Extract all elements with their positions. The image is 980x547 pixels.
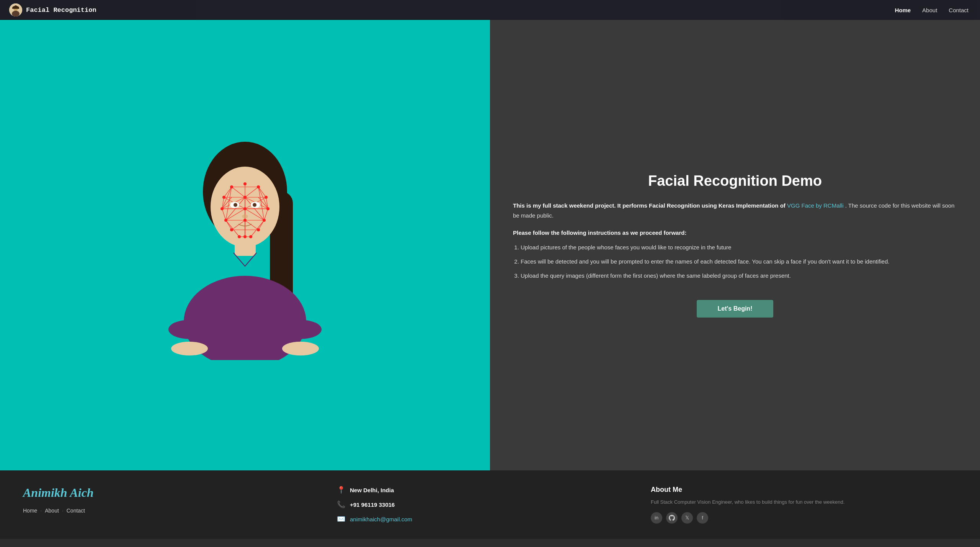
svg-point-53 [265,196,268,199]
intro-text: This is my full stack weekend project. I… [513,201,957,220]
main-section: Facial Recognition Demo This is my full … [0,0,980,470]
navbar: Facial Recognition Home About Contact [0,0,980,20]
svg-point-8 [279,320,322,339]
intro-bold: This is my full stack weekend project. I… [513,202,787,209]
svg-point-51 [257,185,260,188]
social-icons: in 𝕏 f [651,512,957,524]
step-3: Upload the query images (different form … [521,270,957,281]
svg-point-65 [243,235,247,238]
linkedin-icon[interactable]: in [651,512,662,524]
svg-point-70 [242,215,248,218]
github-icon[interactable] [666,512,678,524]
footer-contact-col: 📍 New Delhi, India 📞 +91 96119 33016 ✉️ … [337,486,643,524]
woman-illustration [140,130,350,360]
phone-text: +91 96119 33016 [350,501,395,508]
about-title: About Me [651,486,957,494]
svg-point-71 [171,342,208,355]
footer-phone: 📞 +91 96119 33016 [337,500,643,509]
dot-2: · [62,508,64,514]
footer-brand-col: Animikh Aich Home · About · Contact [23,486,329,524]
twitter-icon[interactable]: 𝕏 [681,512,693,524]
svg-point-59 [263,219,266,222]
location-text: New Delhi, India [350,487,394,493]
svg-point-67 [234,203,237,207]
svg-point-58 [224,219,227,222]
svg-point-64 [249,235,252,238]
svg-point-63 [238,235,241,238]
facebook-icon[interactable]: f [697,512,708,524]
svg-point-72 [282,342,319,355]
vgg-link[interactable]: VGG Face by RCMalli [787,202,844,209]
about-description: Full Stack Computer Vision Engineer, who… [651,498,957,506]
footer-about-col: About Me Full Stack Computer Vision Engi… [651,486,957,524]
step-2: Faces will be detected and you will be p… [521,256,957,267]
nav-links: Home About Contact [892,5,971,15]
footer-link-contact[interactable]: Contact [67,508,85,514]
svg-point-57 [243,207,247,210]
brand-second: Aich [70,486,93,500]
dot-1: · [40,508,42,514]
page-title: Facial Recognition Demo [513,173,957,189]
location-icon: 📍 [337,486,345,494]
nav-avatar [9,3,22,16]
steps-list: Upload pictures of the people whose face… [521,242,957,285]
footer-nav: Home · About · Contact [23,508,329,514]
brand-first: Animikh [23,486,67,500]
svg-point-50 [230,185,233,188]
svg-point-55 [220,207,224,210]
phone-icon: 📞 [337,500,345,509]
svg-point-49 [243,182,247,185]
footer-link-about[interactable]: About [45,508,59,514]
svg-point-54 [243,196,247,199]
svg-point-61 [230,228,233,231]
nav-link-about[interactable]: About [920,5,939,15]
right-panel: Facial Recognition Demo This is my full … [490,20,980,470]
step-1: Upload pictures of the people whose face… [521,242,957,252]
nav-brand: Facial Recognition [9,3,96,16]
footer-brand-name: Animikh Aich [23,486,329,500]
begin-button[interactable]: Let's Begin! [697,300,773,318]
nav-brand-text: Facial Recognition [26,7,96,14]
email-icon: ✉️ [337,515,345,523]
svg-point-60 [243,219,247,222]
svg-point-52 [222,196,225,199]
nav-link-home[interactable]: Home [892,5,913,15]
svg-point-69 [253,203,256,207]
email-link[interactable]: animikhaich@gmail.com [350,516,412,522]
footer-email: ✉️ animikhaich@gmail.com [337,515,643,523]
footer-location: 📍 New Delhi, India [337,486,643,494]
left-panel [0,20,490,470]
instructions-title: Please follow the following instructions… [513,229,957,236]
svg-point-56 [266,207,270,210]
footer-link-home[interactable]: Home [23,508,37,514]
svg-point-62 [257,228,260,231]
nav-link-contact[interactable]: Contact [946,5,971,15]
svg-point-7 [168,320,211,339]
footer: Animikh Aich Home · About · Contact 📍 Ne… [0,470,980,539]
